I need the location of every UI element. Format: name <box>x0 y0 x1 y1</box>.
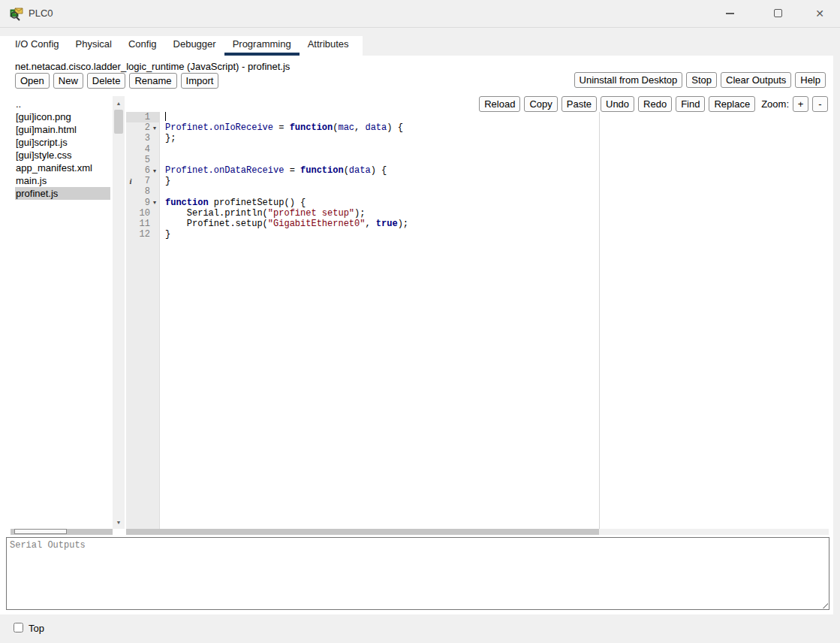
code-text[interactable]: function profinetSetup() { <box>159 198 829 208</box>
open-button[interactable]: Open <box>15 73 50 89</box>
zoom-label: Zoom: <box>761 98 789 110</box>
code-line[interactable]: 2▾Profinet.onIoReceive = function(mac, d… <box>126 122 829 133</box>
file-item-gui-style-css[interactable]: [gui]style.css <box>15 149 110 162</box>
info-marker-icon: i <box>126 177 135 186</box>
tab-attributes[interactable]: Attributes <box>300 36 357 56</box>
uninstall-from-desktop-button[interactable]: Uninstall from Desktop <box>574 72 683 88</box>
file-actions-row: OpenNewDeleteRenameImport <box>15 73 218 89</box>
code-text[interactable]: } <box>159 176 829 186</box>
undo-button[interactable]: Undo <box>601 96 634 112</box>
content-right-margin <box>833 56 840 614</box>
programming-tab-content: net.netacad.cisco.ladder_logic_runtime (… <box>0 56 840 614</box>
zoom-in-button[interactable]: + <box>793 96 808 112</box>
code-text[interactable]: Profinet.onIoReceive = function(mac, dat… <box>159 122 829 133</box>
tab-config[interactable]: Config <box>120 36 165 56</box>
code-line[interactable]: 3}; <box>126 133 829 143</box>
code-token: function <box>165 198 209 208</box>
file-list-scrollbar[interactable]: ▲ ▼ <box>113 96 125 529</box>
scroll-down-icon[interactable]: ▼ <box>113 517 125 527</box>
scrollbar-thumb[interactable] <box>114 110 123 134</box>
copy-button[interactable]: Copy <box>524 96 557 112</box>
code-line[interactable]: 4 <box>126 144 829 155</box>
code-text[interactable] <box>159 112 829 122</box>
line-number: 8 <box>135 186 150 197</box>
line-number: 7 <box>135 176 150 186</box>
code-token: }; <box>165 133 176 143</box>
code-token: true <box>376 219 398 229</box>
top-checkbox-label: Top <box>29 623 44 634</box>
code-token: ); <box>354 208 365 219</box>
code-text[interactable]: Profinet.setup("GigabitEthernet0", true)… <box>159 219 829 229</box>
app-actions-row: Uninstall from DesktopStopClear OutputsH… <box>574 72 826 88</box>
paste-button[interactable]: Paste <box>562 96 597 112</box>
code-line[interactable]: 8 <box>126 186 829 197</box>
help-button[interactable]: Help <box>795 72 826 88</box>
code-line[interactable]: 10 Serial.println("profinet setup"); <box>126 208 829 219</box>
line-number: 12 <box>135 229 150 240</box>
editor-body[interactable]: 12▾Profinet.onIoReceive = function(mac, … <box>126 112 829 529</box>
tab-debugger[interactable]: Debugger <box>165 36 224 56</box>
minimize-button[interactable] <box>713 0 746 26</box>
code-text[interactable]: Serial.println("profinet setup"); <box>159 208 829 219</box>
file-item-profinet-js[interactable]: profinet.js <box>15 187 110 200</box>
resize-grip-icon[interactable] <box>819 599 828 608</box>
code-text[interactable]: } <box>159 229 829 240</box>
code-token: , <box>354 122 365 133</box>
close-icon: ✕ <box>815 8 824 19</box>
project-title: net.netacad.cisco.ladder_logic_runtime (… <box>15 61 290 72</box>
line-number: 11 <box>135 219 150 229</box>
close-button[interactable]: ✕ <box>803 0 836 26</box>
find-button[interactable]: Find <box>676 96 705 112</box>
code-area[interactable]: 12▾Profinet.onIoReceive = function(mac, … <box>126 112 829 240</box>
tab-physical[interactable]: Physical <box>68 36 120 56</box>
code-text[interactable]: Profinet.onDataReceive = function(data) … <box>159 165 829 176</box>
line-number: 10 <box>135 208 150 219</box>
tab-programming[interactable]: Programming <box>224 36 300 56</box>
code-line[interactable]: 12} <box>126 229 829 240</box>
file-item-gui-script-js[interactable]: [gui]script.js <box>15 136 110 149</box>
title-bar: PLC0 ✕ <box>0 0 840 28</box>
code-line[interactable]: 11 Profinet.setup("GigabitEthernet0", tr… <box>126 219 829 229</box>
file-item-gui-main-html[interactable]: [gui]main.html <box>15 123 110 136</box>
file-item-[interactable]: .. <box>15 98 110 110</box>
import-button[interactable]: Import <box>181 73 219 89</box>
file-item-app-manifest-xml[interactable]: app_manifest.xml <box>15 162 110 174</box>
code-token: function <box>300 165 344 176</box>
new-button[interactable]: New <box>53 73 83 89</box>
file-list-hscrollbar-thumb[interactable] <box>14 529 67 534</box>
redo-button[interactable]: Redo <box>638 96 672 112</box>
serial-outputs-area[interactable]: Serial Outputs <box>6 537 829 610</box>
replace-button[interactable]: Replace <box>709 96 755 112</box>
code-token: ); <box>398 219 408 229</box>
code-line[interactable]: 6▾Profinet.onDataReceive = function(data… <box>126 165 829 176</box>
code-token: = <box>273 122 290 133</box>
maximize-button[interactable] <box>761 0 794 26</box>
delete-button[interactable]: Delete <box>87 73 126 89</box>
code-line[interactable]: 1 <box>126 112 829 122</box>
clear-outputs-button[interactable]: Clear Outputs <box>721 72 791 88</box>
zoom-out-button[interactable]: - <box>812 96 828 112</box>
text-cursor <box>165 112 166 121</box>
code-text[interactable]: }; <box>159 133 829 143</box>
scroll-up-icon[interactable]: ▲ <box>113 98 125 108</box>
stop-button[interactable]: Stop <box>686 72 717 88</box>
file-list-hscrollbar[interactable] <box>11 529 113 535</box>
code-token: Profinet.setup( <box>165 219 268 229</box>
reload-button[interactable]: Reload <box>479 96 520 112</box>
fold-arrow-icon[interactable]: ▾ <box>150 168 159 174</box>
code-line[interactable]: i7} <box>126 176 829 186</box>
file-item-main-js[interactable]: main.js <box>15 174 110 187</box>
rename-button[interactable]: Rename <box>129 73 176 89</box>
fold-arrow-icon[interactable]: ▾ <box>150 125 159 131</box>
top-checkbox[interactable] <box>14 623 23 632</box>
editor-hscrollbar[interactable] <box>126 529 829 535</box>
code-token: Profinet.onDataReceive <box>165 165 284 176</box>
fold-arrow-icon[interactable]: ▾ <box>150 199 159 206</box>
file-list-items: ..[gui]icon.png[gui]main.html[gui]script… <box>11 96 113 529</box>
code-token: = <box>284 165 300 176</box>
code-line[interactable]: 5 <box>126 155 829 165</box>
code-line[interactable]: 9▾function profinetSetup() { <box>126 198 829 208</box>
tab-i-o-config[interactable]: I/O Config <box>7 36 68 56</box>
file-item-gui-icon-png[interactable]: [gui]icon.png <box>15 110 110 123</box>
editor-hscrollbar-thumb[interactable] <box>126 529 599 535</box>
